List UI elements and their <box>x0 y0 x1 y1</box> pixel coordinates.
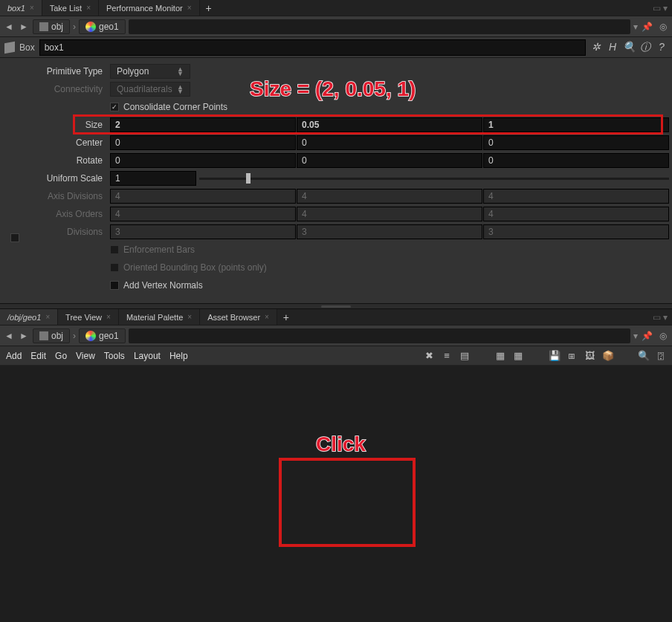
tab-performance-monitor[interactable]: Performance Monitor × <box>99 0 200 16</box>
menu-layout[interactable]: Layout <box>134 351 161 361</box>
center-x-input[interactable] <box>110 135 296 150</box>
consolidate-checkbox[interactable]: ✓ <box>110 103 119 111</box>
primitive-type-dropdown[interactable]: Polygon ▲▼ <box>110 64 190 79</box>
tab-take-list[interactable]: Take List × <box>42 0 99 16</box>
parameter-side-toggle[interactable] <box>10 233 19 242</box>
box-icon[interactable]: 📦 <box>602 350 613 361</box>
list-icon[interactable]: ≡ <box>442 350 452 361</box>
label-rotate: Rotate <box>0 155 110 166</box>
consolidate-label: Consolidate Corner Points <box>123 102 227 112</box>
pane-menu-icon[interactable]: ▾ <box>663 312 668 323</box>
save-icon[interactable]: 💾 <box>549 350 559 361</box>
grid2-icon[interactable]: ▦ <box>513 350 523 361</box>
nav-forward-icon[interactable]: ► <box>18 331 30 341</box>
path-label: obj <box>51 22 63 32</box>
rotate-y-input[interactable] <box>297 153 482 168</box>
tab-label: Tree View <box>65 313 102 322</box>
path-segment-geo1[interactable]: geo1 <box>79 19 126 34</box>
tab-close-icon[interactable]: × <box>187 4 192 12</box>
uniform-scale-slider[interactable] <box>199 173 669 184</box>
path-segment-obj[interactable]: obj <box>33 19 70 34</box>
image-icon[interactable]: 🖼 <box>584 350 595 361</box>
info-icon[interactable]: ⓘ <box>639 41 651 54</box>
menu-edit[interactable]: Edit <box>30 351 46 361</box>
pane-divider[interactable] <box>0 303 672 309</box>
label-primitive-type: Primitive Type <box>0 66 110 77</box>
label-size: Size <box>0 120 110 130</box>
menu-view[interactable]: View <box>76 351 95 361</box>
axis-divisions-y-input <box>297 189 482 204</box>
size-z-input[interactable] <box>483 117 669 132</box>
path-segment-obj[interactable]: obj <box>33 328 70 343</box>
label-center: Center <box>0 137 110 148</box>
tab-close-icon[interactable]: × <box>86 4 91 12</box>
path-dropdown-icon[interactable]: ▾ <box>633 331 638 341</box>
axis-orders-z-input <box>483 207 669 221</box>
nav-back-icon[interactable]: ◄ <box>3 22 15 32</box>
geo-icon <box>85 331 96 341</box>
geo-icon <box>85 22 96 32</box>
wrench-icon[interactable]: ✖ <box>424 350 434 361</box>
rotate-z-input[interactable] <box>483 153 669 168</box>
search-icon[interactable]: 🔍 <box>623 41 635 54</box>
node-name-input[interactable] <box>39 39 586 56</box>
target-icon[interactable]: ◎ <box>657 22 669 32</box>
tab-close-icon[interactable]: × <box>265 313 269 321</box>
divisions-y-input <box>297 224 482 239</box>
path-separator-icon: › <box>73 331 76 341</box>
help-H-icon[interactable]: H <box>607 41 618 54</box>
tab-asset-browser[interactable]: Asset Browser × <box>200 309 277 325</box>
new-tab-button[interactable]: + <box>277 311 295 323</box>
gear-icon[interactable]: ✲ <box>590 41 602 54</box>
pin-icon[interactable]: 📌 <box>641 331 653 341</box>
menu-help[interactable]: Help <box>169 351 188 361</box>
tab-material-palette[interactable]: Material Palette × <box>119 309 200 325</box>
label-axis-orders: Axis Orders <box>0 209 110 219</box>
tab-label: Material Palette <box>126 313 183 322</box>
axis-orders-y-input <box>297 207 482 221</box>
note-icon[interactable]: 🗉 <box>566 350 577 361</box>
path-dropdown-icon[interactable]: ▾ <box>633 22 638 32</box>
path-input[interactable] <box>129 328 630 343</box>
dropdown-handle-icon: ▲▼ <box>177 85 184 94</box>
menu-add[interactable]: Add <box>6 351 22 361</box>
pane-maximize-icon[interactable]: ▭ <box>653 312 660 320</box>
pane-menu-icon[interactable]: ▾ <box>663 3 668 13</box>
path-segment-geo1[interactable]: geo1 <box>79 328 126 343</box>
tab-close-icon[interactable]: × <box>187 313 192 321</box>
list2-icon[interactable]: ▤ <box>459 350 470 361</box>
tab-tree-view[interactable]: Tree View × <box>58 309 119 325</box>
size-x-input[interactable] <box>110 117 296 132</box>
center-z-input[interactable] <box>483 135 669 150</box>
tab-box1[interactable]: box1 × <box>0 0 42 16</box>
search-icon[interactable]: 🔍 <box>638 350 648 361</box>
parameter-path-bar: ◄ ► obj › geo1 ▾ 📌 ◎ <box>0 16 672 37</box>
enforcement-bars-checkbox <box>110 245 119 254</box>
grid-icon[interactable]: ▦ <box>495 350 505 361</box>
add-vertex-normals-checkbox[interactable] <box>110 281 119 290</box>
axis-divisions-x-input <box>110 189 296 204</box>
camera-icon[interactable]: ⍰ <box>656 350 666 361</box>
target-icon[interactable]: ◎ <box>657 331 669 341</box>
size-y-input[interactable] <box>297 117 482 132</box>
rotate-x-input[interactable] <box>110 153 296 168</box>
menu-go[interactable]: Go <box>55 351 67 361</box>
new-tab-button[interactable]: + <box>200 2 218 14</box>
nav-back-icon[interactable]: ◄ <box>3 331 15 341</box>
box-node-icon <box>4 41 15 53</box>
menu-tools[interactable]: Tools <box>104 351 125 361</box>
uniform-scale-input[interactable] <box>110 171 196 186</box>
path-input[interactable] <box>129 19 630 34</box>
pin-icon[interactable]: 📌 <box>641 22 653 32</box>
center-y-input[interactable] <box>297 135 482 150</box>
tab-close-icon[interactable]: × <box>30 4 34 12</box>
nav-forward-icon[interactable]: ► <box>18 22 30 32</box>
question-icon[interactable]: ? <box>656 41 668 54</box>
pane-maximize-icon[interactable]: ▭ <box>653 3 660 10</box>
tab-close-icon[interactable]: × <box>45 313 50 321</box>
path-label: geo1 <box>99 331 119 341</box>
tab-obj-geo1[interactable]: /obj/geo1 × <box>0 309 58 325</box>
divisions-z-input <box>483 224 669 239</box>
dropdown-value: Polygon <box>117 66 149 77</box>
tab-close-icon[interactable]: × <box>106 313 111 321</box>
